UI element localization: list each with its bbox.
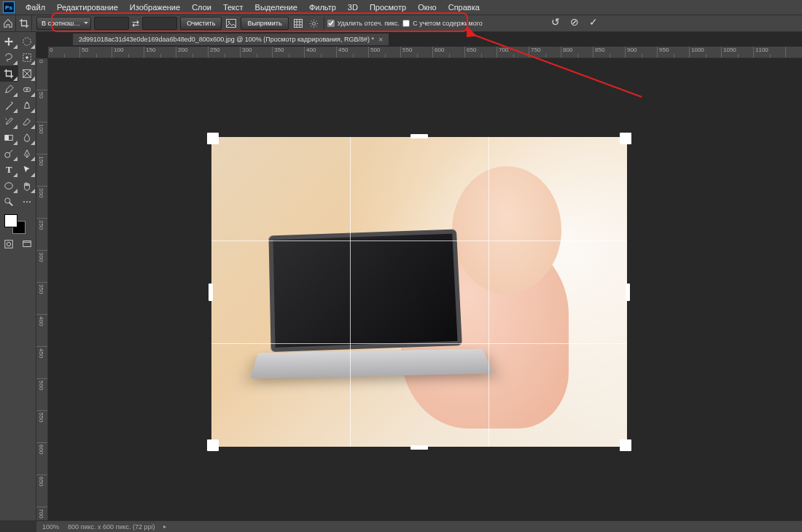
quickmask-toggle[interactable]: [0, 236, 18, 252]
eraser-tool[interactable]: [18, 114, 36, 130]
menu-select[interactable]: Выделение: [250, 1, 303, 13]
commit-icon[interactable]: ✓: [589, 16, 598, 28]
crop-options-bar: В соотнош… ⇄ Очистить Выпрямить Удалить …: [32, 17, 802, 30]
svg-point-7: [26, 56, 28, 59]
quick-select-tool[interactable]: [18, 50, 36, 66]
history-brush-tool[interactable]: [0, 114, 18, 130]
grid-icon[interactable]: [292, 17, 305, 30]
crop-icon: [19, 18, 29, 28]
svg-point-16: [5, 152, 10, 157]
swap-icon[interactable]: ⇄: [132, 18, 139, 28]
menu-help[interactable]: Справка: [443, 1, 485, 13]
reset-icon[interactable]: ↺: [551, 16, 560, 28]
close-icon[interactable]: ×: [378, 35, 383, 44]
edit-toolbar[interactable]: ⋯: [18, 194, 36, 210]
menu-filter[interactable]: Фильтр: [304, 1, 341, 13]
svg-point-1: [228, 21, 230, 23]
svg-rect-2: [294, 20, 302, 28]
hand-tool[interactable]: [18, 178, 36, 194]
image-icon[interactable]: [225, 17, 238, 30]
tools-panel: T ⋯: [0, 32, 36, 520]
commit-actions: ↺ ⊘ ✓: [551, 16, 598, 28]
menubar: Ps Файл Редактирование Изображение Слои …: [0, 0, 802, 15]
straighten-button[interactable]: Выпрямить: [241, 17, 288, 30]
svg-point-3: [313, 22, 316, 25]
menu-view[interactable]: Просмотр: [365, 1, 411, 13]
screen-mode[interactable]: [18, 236, 36, 252]
menu-layers[interactable]: Слои: [187, 1, 217, 13]
svg-line-17: [9, 150, 12, 153]
menu-file[interactable]: Файл: [20, 1, 50, 13]
move-tool[interactable]: [0, 34, 18, 50]
status-bar: 100% 800 пикс. x 600 пикс. (72 ppi) ▸: [36, 520, 802, 532]
clone-tool[interactable]: [18, 98, 36, 114]
status-doc-size[interactable]: 800 пикс. x 600 пикс. (72 ppi): [68, 523, 155, 531]
svg-rect-21: [5, 240, 13, 249]
crop-preset-dropdown[interactable]: В соотнош…: [36, 17, 91, 30]
lasso-tool[interactable]: [0, 50, 18, 66]
marquee-tool[interactable]: [18, 34, 36, 50]
crop-handle-right[interactable]: [626, 283, 630, 301]
crop-handle-top[interactable]: [410, 134, 428, 138]
crop-tool[interactable]: [0, 66, 18, 82]
document-tab-bar: 2d991018ac31d43e0de169daa6b48ed0_800x600…: [73, 32, 802, 47]
current-tool-indicator[interactable]: [16, 15, 32, 31]
svg-rect-15: [5, 136, 9, 141]
color-swatch[interactable]: [0, 214, 36, 236]
eyedropper-tool[interactable]: [0, 82, 18, 98]
heal-tool[interactable]: [18, 82, 36, 98]
svg-point-22: [7, 242, 11, 246]
crop-handle-bottom[interactable]: [410, 445, 428, 450]
gear-icon[interactable]: [308, 17, 321, 30]
status-chevron-icon[interactable]: ▸: [163, 523, 166, 530]
svg-point-5: [23, 38, 31, 46]
dodge-tool[interactable]: [0, 146, 18, 162]
svg-point-19: [5, 198, 10, 203]
menu-3d[interactable]: 3D: [343, 1, 363, 13]
status-zoom[interactable]: 100%: [42, 523, 59, 531]
zoom-tool[interactable]: [0, 194, 18, 210]
menu-window[interactable]: Окно: [413, 1, 442, 13]
menu-image[interactable]: Изображение: [125, 1, 185, 13]
canvas-area[interactable]: [48, 58, 802, 520]
app-logo: Ps: [3, 1, 15, 13]
crop-handle-bl[interactable]: [207, 439, 219, 451]
home-icon: [3, 18, 13, 28]
home-button[interactable]: [0, 15, 16, 31]
path-select-tool[interactable]: [18, 162, 36, 178]
content-aware-checkbox[interactable]: С учетом содержимого: [402, 20, 483, 27]
crop-height-input[interactable]: [142, 17, 177, 30]
cancel-icon[interactable]: ⊘: [570, 16, 579, 28]
brush-tool[interactable]: [0, 98, 18, 114]
ruler-vertical[interactable]: 0 50 100 150 200 250 300 350 400 450 500…: [36, 58, 48, 520]
workspace: 2d991018ac31d43e0de169daa6b48ed0_800x600…: [36, 32, 802, 520]
svg-line-20: [9, 203, 12, 206]
pen-tool[interactable]: [18, 146, 36, 162]
type-tool[interactable]: T: [0, 162, 18, 178]
options-bar-row: В соотнош… ⇄ Очистить Выпрямить Удалить …: [0, 15, 802, 32]
crop-width-input[interactable]: [94, 17, 129, 30]
content-aware-label: С учетом содержимого: [413, 20, 483, 27]
canvas[interactable]: [211, 137, 627, 447]
fg-color-swatch[interactable]: [4, 214, 17, 227]
delete-pixels-label: Удалить отсеч. пикс.: [338, 20, 400, 27]
menu-edit[interactable]: Редактирование: [52, 1, 123, 13]
crop-handle-tr[interactable]: [620, 133, 631, 144]
blur-tool[interactable]: [18, 130, 36, 146]
delete-pixels-checkbox[interactable]: Удалить отсеч. пикс.: [327, 20, 400, 27]
clear-button[interactable]: Очистить: [180, 17, 222, 30]
frame-tool[interactable]: [18, 66, 36, 82]
document-tab[interactable]: 2d991018ac31d43e0de169daa6b48ed0_800x600…: [73, 34, 389, 45]
document-tab-title: 2d991018ac31d43e0de169daa6b48ed0_800x600…: [79, 36, 374, 43]
svg-rect-23: [23, 241, 31, 247]
document-image: [211, 137, 627, 447]
crop-handle-left[interactable]: [209, 283, 213, 301]
menu-type[interactable]: Текст: [218, 1, 249, 13]
crop-handle-tl[interactable]: [207, 133, 219, 144]
shape-tool[interactable]: [0, 178, 18, 194]
ruler-horizontal[interactable]: 0 50 100 150 200 250 300 350 400 450 500…: [48, 47, 802, 58]
svg-point-18: [5, 183, 13, 189]
gradient-tool[interactable]: [0, 130, 18, 146]
crop-handle-br[interactable]: [620, 439, 631, 451]
svg-rect-0: [227, 20, 236, 28]
